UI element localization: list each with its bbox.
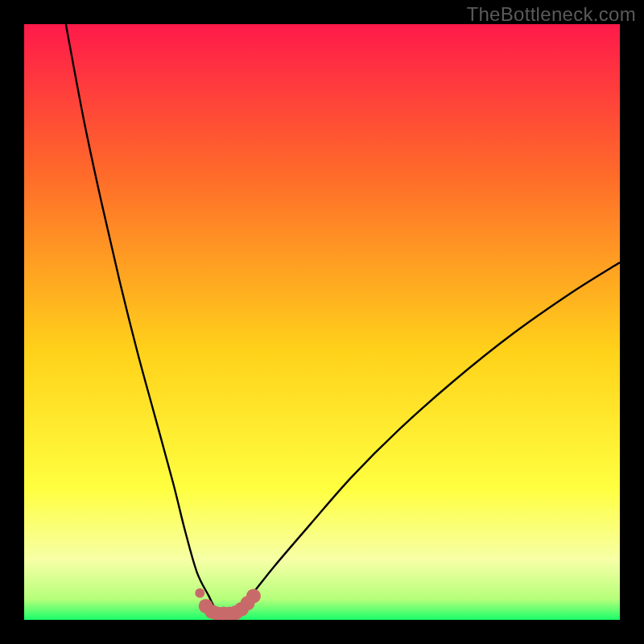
watermark-text: TheBottleneck.com (466, 3, 636, 26)
marker-dot (246, 588, 261, 603)
chart-frame (24, 24, 620, 620)
bottleneck-chart (24, 24, 620, 620)
marker-dot (195, 588, 204, 598)
